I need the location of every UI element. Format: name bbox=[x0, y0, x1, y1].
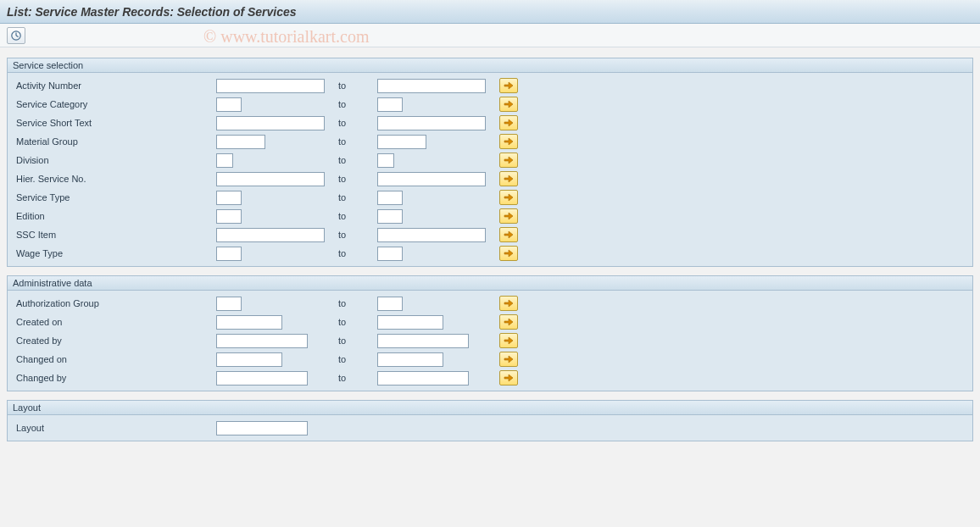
from-input[interactable] bbox=[216, 209, 242, 224]
from-input[interactable] bbox=[216, 371, 308, 386]
to-input[interactable] bbox=[377, 191, 403, 205]
to-input[interactable] bbox=[377, 297, 403, 311]
from-input[interactable] bbox=[216, 297, 242, 311]
multiple-selection-button[interactable] bbox=[499, 246, 518, 261]
field-label: SSC Item bbox=[13, 230, 216, 240]
field-label: Activity Number bbox=[13, 80, 216, 91]
app-toolbar bbox=[0, 24, 980, 47]
group-service-selection: Service selection Activity NumbertoServi… bbox=[7, 58, 973, 267]
selection-row: Layout bbox=[13, 419, 967, 437]
to-input[interactable] bbox=[377, 247, 403, 261]
from-input[interactable] bbox=[216, 334, 308, 348]
field-label: Service Type bbox=[13, 192, 216, 202]
multiple-selection-button[interactable] bbox=[499, 78, 518, 93]
group-header: Service selection bbox=[8, 58, 972, 73]
multiple-selection-button[interactable] bbox=[499, 314, 518, 330]
from-input[interactable] bbox=[216, 172, 325, 186]
to-input[interactable] bbox=[377, 371, 469, 386]
selection-row: Created onto bbox=[13, 313, 967, 331]
to-label: to bbox=[335, 354, 377, 364]
field-label: Service Category bbox=[13, 99, 216, 109]
arrow-right-icon bbox=[504, 100, 514, 108]
to-input[interactable] bbox=[377, 334, 469, 348]
to-input[interactable] bbox=[377, 97, 403, 112]
to-label: to bbox=[335, 336, 377, 346]
selection-row: Authorization Groupto bbox=[13, 294, 967, 313]
to-input[interactable] bbox=[377, 153, 394, 168]
arrow-right-icon bbox=[504, 175, 514, 183]
arrow-right-icon bbox=[504, 193, 514, 202]
field-label: Edition bbox=[13, 211, 216, 221]
field-label: Division bbox=[13, 155, 216, 165]
from-input[interactable] bbox=[216, 97, 242, 112]
selection-row: Service Categoryto bbox=[13, 95, 967, 114]
multiple-selection-button[interactable] bbox=[499, 97, 518, 112]
multiple-selection-button[interactable] bbox=[499, 370, 518, 386]
arrow-right-icon bbox=[504, 318, 514, 326]
from-input[interactable] bbox=[216, 79, 325, 93]
multiple-selection-button[interactable] bbox=[499, 153, 518, 168]
from-input[interactable] bbox=[216, 247, 242, 261]
selection-row: Changed onto bbox=[13, 350, 967, 369]
selection-row: Material Groupto bbox=[13, 132, 967, 151]
field-label: Service Short Text bbox=[13, 118, 216, 128]
arrow-right-icon bbox=[504, 137, 514, 146]
multiple-selection-button[interactable] bbox=[499, 333, 518, 348]
to-label: to bbox=[335, 118, 377, 128]
to-label: to bbox=[335, 192, 377, 202]
multiple-selection-button[interactable] bbox=[499, 352, 518, 367]
field-label: Material Group bbox=[13, 136, 216, 147]
field-label: Created on bbox=[13, 317, 216, 327]
selection-row: Hier. Service No.to bbox=[13, 169, 967, 188]
execute-button[interactable] bbox=[7, 27, 25, 44]
to-label: to bbox=[335, 174, 377, 184]
from-input[interactable] bbox=[216, 352, 282, 367]
field-label: Authorization Group bbox=[13, 298, 216, 308]
multiple-selection-button[interactable] bbox=[499, 134, 518, 149]
to-input[interactable] bbox=[377, 79, 486, 93]
to-label: to bbox=[335, 317, 377, 327]
field-label: Layout bbox=[13, 423, 216, 433]
from-input[interactable] bbox=[216, 228, 325, 242]
multiple-selection-button[interactable] bbox=[499, 171, 518, 186]
arrow-right-icon bbox=[504, 299, 514, 308]
from-input[interactable] bbox=[216, 421, 308, 435]
to-input[interactable] bbox=[377, 228, 486, 242]
field-label: Changed on bbox=[13, 354, 216, 364]
to-input[interactable] bbox=[377, 352, 443, 367]
arrow-right-icon bbox=[504, 249, 514, 258]
to-label: to bbox=[335, 136, 377, 147]
page-title: List: Service Master Records: Selection … bbox=[7, 5, 297, 19]
field-label: Wage Type bbox=[13, 248, 216, 258]
from-input[interactable] bbox=[216, 116, 325, 130]
selection-row: Divisionto bbox=[13, 151, 967, 169]
to-input[interactable] bbox=[377, 209, 403, 224]
to-input[interactable] bbox=[377, 116, 486, 130]
arrow-right-icon bbox=[504, 336, 514, 345]
multiple-selection-button[interactable] bbox=[499, 227, 518, 242]
from-input[interactable] bbox=[216, 135, 265, 149]
field-label: Changed by bbox=[13, 373, 216, 383]
to-input[interactable] bbox=[377, 315, 443, 330]
svg-line-2 bbox=[16, 36, 19, 37]
selection-row: Service Typeto bbox=[13, 188, 967, 207]
to-input[interactable] bbox=[377, 172, 486, 186]
clock-icon bbox=[10, 30, 22, 42]
arrow-right-icon bbox=[504, 374, 514, 382]
group-layout: Layout Layout bbox=[7, 400, 973, 441]
from-input[interactable] bbox=[216, 315, 282, 330]
from-input[interactable] bbox=[216, 191, 242, 205]
to-label: to bbox=[335, 230, 377, 240]
selection-row: Activity Numberto bbox=[13, 76, 967, 95]
arrow-right-icon bbox=[504, 119, 514, 127]
to-label: to bbox=[335, 248, 377, 258]
from-input[interactable] bbox=[216, 153, 233, 168]
window-title-bar: List: Service Master Records: Selection … bbox=[0, 0, 980, 24]
multiple-selection-button[interactable] bbox=[499, 115, 518, 130]
multiple-selection-button[interactable] bbox=[499, 296, 518, 311]
multiple-selection-button[interactable] bbox=[499, 208, 518, 224]
multiple-selection-button[interactable] bbox=[499, 190, 518, 205]
to-input[interactable] bbox=[377, 135, 426, 149]
field-label: Created by bbox=[13, 336, 216, 346]
arrow-right-icon bbox=[504, 81, 514, 90]
